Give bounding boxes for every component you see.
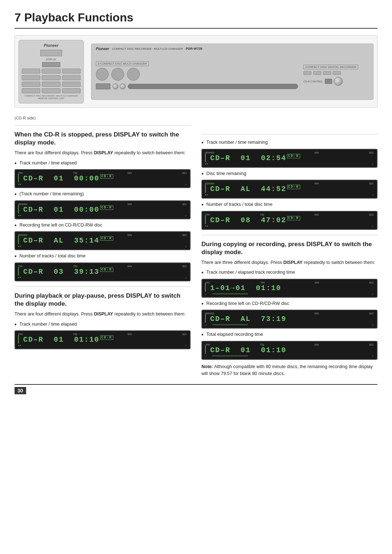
display-9: ORCTRKMINSEC ▏1–01→01 01:10 ▷ ●●●●●●●●●●… xyxy=(201,279,377,298)
list-item: Number of tracks / total disc time xyxy=(15,253,191,260)
display-10: REMAINMINSEC ▏CD–R AL 73:19 ▷ ●●●●●●●●●●… xyxy=(201,310,377,329)
list-item: Disc time remaining xyxy=(201,171,377,177)
list-item: Total elapsed recording time xyxy=(201,331,377,338)
remote-brand: Pioneer xyxy=(44,43,58,48)
section2-body: There are four different displays. Press… xyxy=(15,311,191,318)
changer-label: 3-COMPACT DISC MULTI CHANGER xyxy=(96,61,149,66)
list-item: Recording time left on CD-R/CD-RW disc xyxy=(15,222,191,229)
section1-bullets: Track number / time elapsed xyxy=(15,160,191,167)
display-7: REMAINMINSEC ▏CD–R AL 44:52CD-R ▷ xyxy=(201,180,377,199)
list-item: Track number / time elapsed xyxy=(15,321,191,328)
section4-bullet3: Total elapsed recording time xyxy=(201,331,377,338)
list-item: (Track number / time remaining) xyxy=(15,191,191,197)
section2-bullets: Track number / time elapsed xyxy=(15,321,191,328)
device-model-number: PDR-W739 xyxy=(186,47,203,50)
recorder-label: COMPACT DISC DIGITAL RECORDER xyxy=(303,65,358,69)
display-2: REMAINMINSEC ▏CD–R 01 00:00CD-R ▷ xyxy=(15,200,191,219)
main-device-image: Pioneer COMPACT DISC RECORDER · MULTI-CD… xyxy=(91,44,373,100)
left-column: (CD-R side) When the CD-R is stopped, pr… xyxy=(15,116,191,377)
display-5: TRKTIMMINSEC ▏CD–R 01 01:10CD-R ▷ xyxy=(15,330,191,349)
section4-body: There are three different displays. Pres… xyxy=(201,259,377,266)
section1-body: There are four different displays. Press… xyxy=(15,150,191,156)
main-content: (CD-R side) When the CD-R is stopped, pr… xyxy=(15,116,377,377)
section3-bullet3: Number of tracks / total disc time xyxy=(201,201,377,208)
display-8: TRKTIMMINSEC ▏CD–R 08 47:02CD-R ▷ xyxy=(201,211,377,230)
page-title: 7 Playback Functions xyxy=(15,11,377,29)
list-item: Track number / elapsed track recording t… xyxy=(201,269,377,276)
display-3: REMAINMINSEC ▏CD–R AL 35:14CD-R ▷ xyxy=(15,231,191,250)
section1-heading: When the CD-R is stopped, press DISPLAY … xyxy=(15,131,191,147)
list-item: Track number / time remaining xyxy=(201,139,377,146)
section1-bullet3: Recording time left on CD-R/CD-RW disc xyxy=(15,222,191,229)
page-number: 30 xyxy=(15,387,26,394)
cd-r-side-label: (CD-R side) xyxy=(15,116,191,120)
right-column: Track number / time remaining REMAINMINS… xyxy=(201,116,377,377)
device-model-text: COMPACT DISC RECORDER · MULTI-CD CHANGER xyxy=(112,47,183,50)
remote-label: COMPACT DISC RECORDER / MULTI-CD CHANGER… xyxy=(22,95,81,100)
cr-control-label: CD-R CONTROL xyxy=(303,80,323,83)
note-text: Note: Although compatible with 80 minute… xyxy=(201,363,377,377)
section1-bullet4: Number of tracks / total disc time xyxy=(15,253,191,260)
display-11: TRKTIMMINSEC ▏CD–R 01 01:10 ▷ ●●●●●●●●●●… xyxy=(201,341,377,360)
list-item: Recording time left on CD-R/CD-RW disc xyxy=(201,301,377,307)
display-4: TRKTIMMINSEC ▏CD–R 03 39:13CD-R ▷ xyxy=(15,262,191,281)
section1-bullet2: (Track number / time remaining) xyxy=(15,191,191,197)
page-number-area: 30 xyxy=(15,384,377,394)
list-item: Track number / time elapsed xyxy=(15,160,191,167)
display-6: REMAINMINSEC ▏CD–R 01 02:54CD-R ▷ xyxy=(201,149,377,168)
section4-bullets: Track number / elapsed track recording t… xyxy=(201,269,377,276)
section4-heading: During copying or recording, press DISPL… xyxy=(201,240,377,256)
section4-bullet2: Recording time left on CD-R/CD-RW disc xyxy=(201,301,377,307)
device-images: Pioneer DISPLAY COMPACT DISC RECORDER / … xyxy=(15,35,377,108)
display-label: DISPLAY xyxy=(46,58,56,61)
section2-heading: During playback or play-pause, press DIS… xyxy=(15,292,191,308)
section3-bullets: Track number / time remaining xyxy=(201,139,377,146)
display-1: TRKTIMMINSEC ▏CD–R 01 00:00CD-R ▷ xyxy=(15,169,191,188)
list-item: Number of tracks / total disc time xyxy=(201,201,377,208)
remote-control-image: Pioneer DISPLAY COMPACT DISC RECORDER / … xyxy=(19,40,84,103)
section3-bullet2: Disc time remaining xyxy=(201,171,377,177)
device-brand: Pioneer xyxy=(96,47,109,51)
